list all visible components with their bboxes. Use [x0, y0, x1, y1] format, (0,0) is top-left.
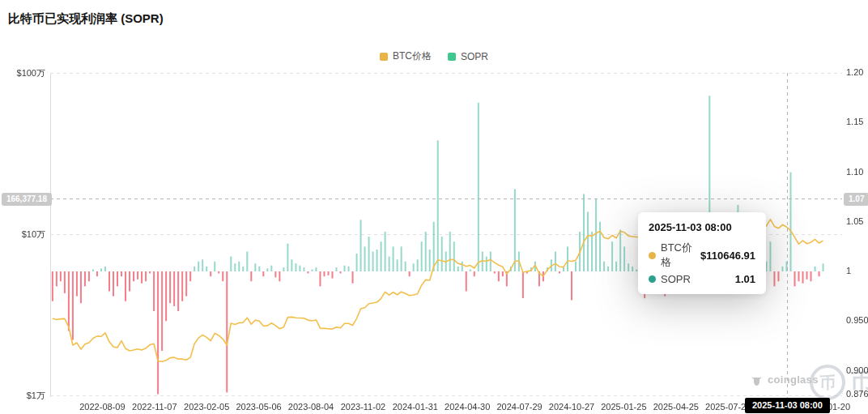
tooltip-value: 1.01	[735, 273, 755, 285]
x-axis-tick: 2024-01-31	[393, 402, 438, 412]
y-axis-right-tick: 1.10	[846, 167, 863, 177]
tooltip-date: 2025-11-03 08:00	[649, 221, 755, 233]
tooltip-label: SOPR	[661, 273, 691, 285]
x-axis-tick: 2024-10-27	[549, 402, 594, 412]
y-axis-right-tick: 1	[846, 266, 851, 275]
y-axis-right-tick: 1.20	[846, 67, 863, 77]
x-axis-tick: 2023-11-02	[341, 402, 385, 412]
x-axis-tick: 2025-04-25	[653, 402, 699, 412]
tooltip-label: BTC价格	[661, 241, 700, 270]
x-axis-tick: 2022-11-07	[132, 402, 177, 412]
y-axis-right-tick: 0.9500	[846, 315, 868, 325]
y-axis-right-tick: 1.05	[846, 216, 863, 226]
coinglass-watermark-label: coinglass	[768, 373, 819, 386]
y-axis-left-tick: $1万	[2, 390, 45, 402]
x-axis-tick: 2025-01-25	[601, 402, 646, 412]
crosshair-left-value-badge: 166,377.18	[2, 193, 52, 206]
sopr-chart-panel: 比特币已实现利润率 (SOPR) BTC价格 SOPR $100万$10万$1万…	[0, 0, 868, 414]
tooltip-row-sopr: SOPR 1.01	[649, 273, 755, 285]
crosshair-right-value-badge: 1.07	[844, 193, 868, 206]
y-axis-left-tick: $100万	[2, 67, 45, 79]
tooltip-value: $110646.91	[700, 250, 755, 262]
coinglass-watermark: coinglass	[750, 373, 819, 386]
x-axis-tick: 2022-08-09	[79, 402, 125, 412]
x-axis-tick: 2024-07-29	[496, 402, 542, 412]
y-axis-right-tick: 1.15	[846, 117, 863, 126]
tooltip: 2025-11-03 08:00 BTC价格 $110646.91 SOPR 1…	[638, 212, 766, 294]
coinglass-bull-icon	[750, 373, 764, 386]
y-axis-right-tick: 0.9000	[846, 365, 868, 375]
x-axis-tick: 2023-05-06	[236, 402, 281, 412]
y-axis-right-tick: 0.8763	[846, 389, 868, 399]
btc-price-dot-icon	[649, 252, 656, 259]
tooltip-row-btc: BTC价格 $110646.91	[649, 241, 755, 270]
y-axis-left-tick: $10万	[2, 228, 45, 241]
sopr-price-chart[interactable]	[0, 0, 868, 414]
x-axis-tick: 2023-02-05	[184, 402, 229, 412]
x-axis-tick: 2025-07-24	[705, 402, 751, 412]
sopr-dot-icon	[649, 275, 656, 283]
x-axis-tick: 2024-04-30	[445, 402, 490, 412]
x-axis-tick: 2023-08-04	[288, 402, 334, 412]
crosshair-date-badge: 2025-11-03 08:00	[745, 398, 830, 413]
